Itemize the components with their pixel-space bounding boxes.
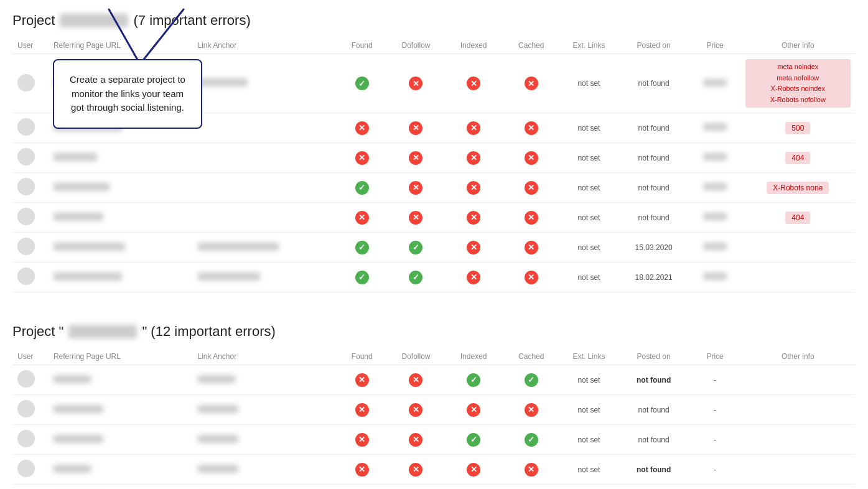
- indexed-cell: ✓: [445, 485, 503, 489]
- found-cell: ✓: [337, 263, 387, 292]
- cross-icon: ✕: [467, 151, 480, 165]
- callout-text: Create a separate project to monitor the…: [70, 74, 185, 113]
- cached-cell: ✕: [502, 173, 560, 203]
- cross-icon: ✕: [409, 151, 422, 165]
- indexed-cell: ✕: [445, 395, 503, 425]
- indexed-cell: ✕: [445, 143, 503, 173]
- anchor-cell: [193, 395, 337, 425]
- found-cell: ✓: [337, 173, 387, 203]
- check-icon: ✓: [467, 373, 480, 387]
- price-cell: [690, 203, 740, 233]
- found-cell: ✓: [337, 54, 387, 113]
- cross-icon: ✕: [355, 211, 369, 225]
- anchor-cell: [193, 203, 337, 233]
- postedon-cell: not found: [618, 143, 690, 173]
- extlinks-cell: not set: [560, 455, 618, 485]
- user-cell: [12, 263, 49, 292]
- project2-name-blur: [68, 325, 137, 338]
- indexed-cell: ✕: [445, 263, 503, 292]
- cross-icon: ✕: [467, 463, 480, 477]
- cross-icon: ✕: [409, 181, 422, 195]
- url-cell: [49, 173, 193, 203]
- avatar: [17, 74, 35, 91]
- check-icon: ✓: [355, 271, 369, 284]
- avatar: [17, 370, 35, 388]
- col2-header-indexed: Indexed: [445, 348, 503, 365]
- other-info-multiline: meta noindexmeta nofollowX-Robots noinde…: [745, 59, 851, 108]
- found-cell: ✕: [337, 203, 387, 233]
- extlinks-cell: not set: [560, 173, 618, 203]
- other-info-badge: X-Robots none: [767, 182, 829, 194]
- col2-header-anchor: Link Anchor: [193, 348, 337, 365]
- project2-title-suffix: " (12 important errors): [142, 324, 275, 340]
- postedon-cell: not found: [618, 203, 690, 233]
- cross-icon: ✕: [355, 403, 369, 417]
- avatar: [17, 430, 35, 447]
- postedon-cell: 29.04.2020: [618, 485, 690, 489]
- anchor-cell: [193, 365, 337, 395]
- cross-icon: ✕: [467, 121, 480, 135]
- cross-icon: ✕: [409, 433, 422, 447]
- cross-icon: ✕: [467, 211, 480, 225]
- dofollow-cell: ✓: [387, 233, 445, 263]
- cached-cell: ✕: [502, 54, 560, 113]
- otherinfo-cell: [740, 365, 856, 395]
- col-header-url: Referring Page URL: [49, 37, 193, 54]
- price-cell: -: [690, 485, 740, 489]
- price-cell: [690, 173, 740, 203]
- col-header-anchor: Link Anchor: [193, 37, 337, 54]
- col-header-extlinks: Ext. Links: [560, 37, 618, 54]
- extlinks-cell: not set: [560, 54, 618, 113]
- price-cell: [690, 54, 740, 113]
- table-row: ✕✕✕✕not setnot found404: [12, 203, 856, 233]
- avatar: [17, 268, 35, 285]
- price-cell: -: [690, 395, 740, 425]
- dofollow-cell: ✕: [387, 425, 445, 455]
- user-cell: [12, 395, 49, 425]
- extlinks-cell: not set: [560, 203, 618, 233]
- project1-title: Project (7 important errors): [12, 12, 856, 29]
- table-row: ✕✕✕✕not setnot found404: [12, 143, 856, 173]
- cross-icon: ✕: [525, 151, 538, 165]
- col-header-indexed: Indexed: [445, 37, 503, 54]
- other-info-badge: 404: [785, 152, 810, 164]
- user-cell: [12, 233, 49, 263]
- postedon-cell: not found: [618, 173, 690, 203]
- cached-cell: ✕: [502, 113, 560, 143]
- dofollow-cell: ✕: [387, 143, 445, 173]
- extlinks-cell: not set: [560, 365, 618, 395]
- user-cell: [12, 54, 49, 113]
- dofollow-cell: ✕: [387, 113, 445, 143]
- posted-bold: not found: [637, 465, 671, 474]
- cross-icon: ✕: [467, 271, 480, 284]
- cross-icon: ✕: [525, 211, 538, 225]
- cached-cell: ✕: [502, 233, 560, 263]
- anchor-cell: [193, 113, 337, 143]
- cached-cell: ✕: [502, 143, 560, 173]
- price-cell: [690, 143, 740, 173]
- cached-cell: ✓: [502, 485, 560, 489]
- check-icon: ✓: [525, 373, 538, 387]
- cross-icon: ✕: [525, 463, 538, 477]
- table-row: ✓✓✕✕not set15.03.2020: [12, 233, 856, 263]
- cross-icon: ✕: [355, 151, 369, 165]
- check-icon: ✓: [355, 241, 369, 254]
- dofollow-cell: ✕: [387, 203, 445, 233]
- cross-icon: ✕: [467, 241, 480, 254]
- col2-header-otherinfo: Other info: [740, 348, 856, 365]
- col2-header-extlinks: Ext. Links: [560, 348, 618, 365]
- cross-icon: ✕: [525, 77, 538, 90]
- other-info-badge: 500: [785, 122, 810, 134]
- col2-header-price: Price: [690, 348, 740, 365]
- url-cell: [49, 485, 193, 489]
- url-cell: [49, 455, 193, 485]
- extlinks-cell: not set: [560, 485, 618, 489]
- price-cell: [690, 233, 740, 263]
- col-header-cached: Cached: [502, 37, 560, 54]
- avatar: [17, 238, 35, 255]
- otherinfo-cell: [740, 263, 856, 292]
- dofollow-cell: ✕: [387, 54, 445, 113]
- avatar: [17, 148, 35, 165]
- url-cell: [49, 365, 193, 395]
- url-cell: [49, 425, 193, 455]
